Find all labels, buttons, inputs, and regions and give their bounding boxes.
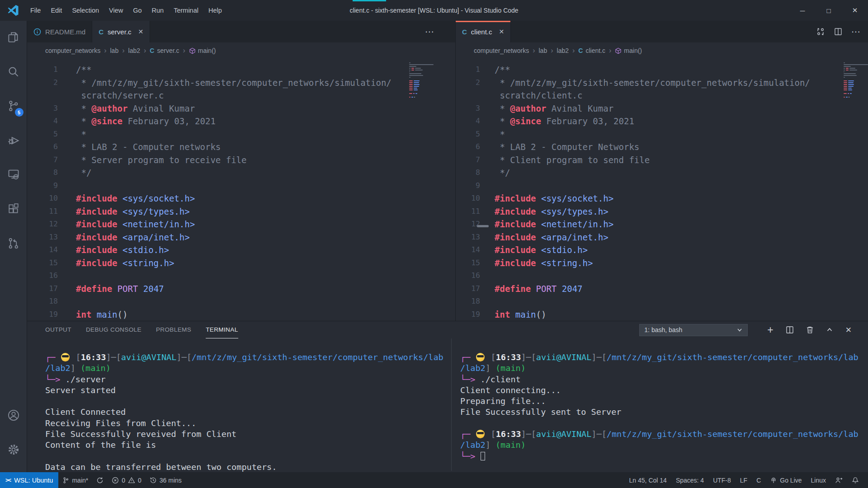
code-line[interactable]: 17#define PORT 2047 xyxy=(27,282,455,296)
code-line[interactable]: 16 xyxy=(456,269,868,282)
menu-selection[interactable]: Selection xyxy=(67,0,104,21)
code-line[interactable]: 14#include <stdio.h> xyxy=(27,244,455,257)
timer-indicator[interactable]: 36 mins xyxy=(146,472,186,488)
code-line[interactable]: 7 * Server program to receive file xyxy=(27,154,455,167)
breadcrumb-file[interactable]: Cserver.c xyxy=(150,47,189,55)
tab-terminal[interactable]: TERMINAL xyxy=(206,321,238,338)
close-tab-icon[interactable]: ✕ xyxy=(138,28,144,35)
more-actions-icon[interactable]: ⋯ xyxy=(425,26,434,37)
code-editor-client[interactable]: 1/**2 * /mnt/z/my_git/sixth-semester/com… xyxy=(456,59,868,321)
code-line[interactable]: 5 * xyxy=(27,128,455,141)
code-editor-server[interactable]: 1/**2 * /mnt/z/my_git/sixth-semester/com… xyxy=(27,59,455,321)
encoding[interactable]: UTF-8 xyxy=(708,472,736,488)
breadcrumb-symbol[interactable]: main() xyxy=(615,47,642,54)
language-mode[interactable]: C xyxy=(752,472,765,488)
code-line[interactable]: 10#include <sys/socket.h> xyxy=(456,192,868,205)
code-line[interactable]: 14#include <stdio.h> xyxy=(456,244,868,257)
code-line[interactable]: 4 * @since February 03, 2021 xyxy=(27,115,455,128)
code-line[interactable]: 6 * LAB 2 - Computer Networks xyxy=(456,141,868,154)
breadcrumb-folder[interactable]: lab xyxy=(110,47,128,55)
maximize-panel-button[interactable] xyxy=(826,326,833,333)
code-line[interactable]: 4 * @since February 03, 2021 xyxy=(456,115,868,128)
code-line[interactable]: 6 * LAB 2 - Computer networks xyxy=(27,141,455,154)
code-line[interactable]: 16 xyxy=(27,269,455,282)
code-line[interactable]: scratch/server.c xyxy=(27,89,455,102)
breadcrumb-symbol[interactable]: main() xyxy=(189,47,216,54)
remote-explorer-icon[interactable] xyxy=(0,163,27,186)
terminal-select[interactable]: 1: bash, bash xyxy=(639,324,748,336)
extensions-icon[interactable] xyxy=(0,197,27,221)
terminal-client[interactable]: ┌─ [16:33]─[avii@AVINAL]─[/mnt/z/my_git/… xyxy=(460,352,867,462)
remote-indicator[interactable]: >< WSL: Ubuntu xyxy=(0,472,58,488)
minimap[interactable] xyxy=(844,62,868,99)
run-debug-icon[interactable] xyxy=(0,128,27,152)
minimap[interactable] xyxy=(409,62,437,99)
code-line[interactable]: 15#include <string.h> xyxy=(456,257,868,270)
code-line[interactable]: 8 */ xyxy=(456,166,868,179)
tab-readme[interactable]: README.md xyxy=(27,21,92,42)
code-line[interactable]: 3 * @author Avinal Kumar xyxy=(27,102,455,115)
maximize-button[interactable]: □ xyxy=(816,0,842,21)
breadcrumb-folder[interactable]: computer_networks xyxy=(474,47,539,55)
code-line[interactable]: 18 xyxy=(27,295,455,308)
code-line[interactable]: 7 * Client program to send file xyxy=(456,154,868,167)
tab-debug-console[interactable]: DEBUG CONSOLE xyxy=(86,321,142,338)
indentation[interactable]: Spaces: 4 xyxy=(671,472,708,488)
close-panel-button[interactable]: ✕ xyxy=(845,325,852,335)
branch-indicator[interactable]: main* xyxy=(58,472,92,488)
accounts-icon[interactable] xyxy=(0,404,27,427)
split-terminal-button[interactable] xyxy=(786,326,794,334)
menu-file[interactable]: File xyxy=(25,0,46,21)
menu-view[interactable]: View xyxy=(104,0,128,21)
code-line[interactable]: 19int main() xyxy=(27,308,455,321)
notifications-button[interactable] xyxy=(847,472,863,488)
code-line[interactable]: 3 * @author Avinal Kumar xyxy=(456,102,868,115)
terminal-area[interactable]: ┌─ [16:33]─[avii@AVINAL]─[/mnt/z/my_git/… xyxy=(27,338,868,473)
code-line[interactable]: 2 * /mnt/z/my_git/sixth-semester/compute… xyxy=(456,76,868,89)
more-actions-icon[interactable]: ⋯ xyxy=(851,26,861,37)
code-line[interactable]: 9 xyxy=(27,179,455,192)
terminal-server[interactable]: ┌─ [16:33]─[avii@AVINAL]─[/mnt/z/my_git/… xyxy=(45,352,450,473)
breadcrumb-folder[interactable]: lab xyxy=(539,47,557,55)
close-window-button[interactable]: ✕ xyxy=(842,0,868,21)
breadcrumb-folder[interactable]: lab2 xyxy=(557,47,579,55)
tab-output[interactable]: OUTPUT xyxy=(45,321,71,338)
new-terminal-button[interactable]: + xyxy=(767,324,773,336)
feedback-button[interactable] xyxy=(830,472,847,488)
menu-run[interactable]: Run xyxy=(147,0,169,21)
editor-split-sash[interactable] xyxy=(477,225,489,227)
code-line[interactable]: 18 xyxy=(456,295,868,308)
problems-indicator[interactable]: 0 0 xyxy=(108,472,146,488)
code-line[interactable]: 1/** xyxy=(456,63,868,76)
explorer-icon[interactable] xyxy=(0,25,27,49)
minimize-button[interactable]: ─ xyxy=(789,0,816,21)
go-live-button[interactable]: Go Live xyxy=(765,472,806,488)
menu-terminal[interactable]: Terminal xyxy=(169,0,203,21)
breadcrumb-folder[interactable]: lab2 xyxy=(128,47,150,55)
code-line[interactable]: 11#include <sys/types.h> xyxy=(27,205,455,218)
os-indicator[interactable]: Linux xyxy=(807,472,830,488)
settings-gear-icon[interactable] xyxy=(0,438,27,461)
code-line[interactable]: 12#include <netinet/in.h> xyxy=(27,218,455,231)
code-line[interactable]: 9 xyxy=(456,179,868,192)
menu-help[interactable]: Help xyxy=(203,0,227,21)
code-line[interactable]: 10#include <sys/socket.h> xyxy=(27,192,455,205)
kill-terminal-button[interactable] xyxy=(806,326,814,334)
code-line[interactable]: 11#include <sys/types.h> xyxy=(456,205,868,218)
menu-edit[interactable]: Edit xyxy=(46,0,67,21)
github-pr-icon[interactable] xyxy=(0,231,27,255)
open-changes-icon[interactable] xyxy=(816,27,825,36)
split-editor-icon[interactable] xyxy=(834,28,842,36)
code-line[interactable]: 1/** xyxy=(27,63,455,76)
cursor-position[interactable]: Ln 45, Col 14 xyxy=(625,472,671,488)
code-line[interactable]: scratch/client.c xyxy=(456,89,868,102)
eol-sequence[interactable]: LF xyxy=(736,472,752,488)
code-line[interactable]: 12#include <netinet/in.h> xyxy=(456,218,868,231)
search-icon[interactable] xyxy=(0,60,27,83)
breadcrumb-file[interactable]: Cclient.c xyxy=(578,47,615,55)
close-tab-icon[interactable]: ✕ xyxy=(499,28,505,35)
code-line[interactable]: 13#include <arpa/inet.h> xyxy=(27,231,455,244)
tab-server-c[interactable]: C server.c ✕ xyxy=(92,21,150,42)
terminal-split-divider[interactable] xyxy=(451,338,452,471)
code-line[interactable]: 8 */ xyxy=(27,166,455,179)
